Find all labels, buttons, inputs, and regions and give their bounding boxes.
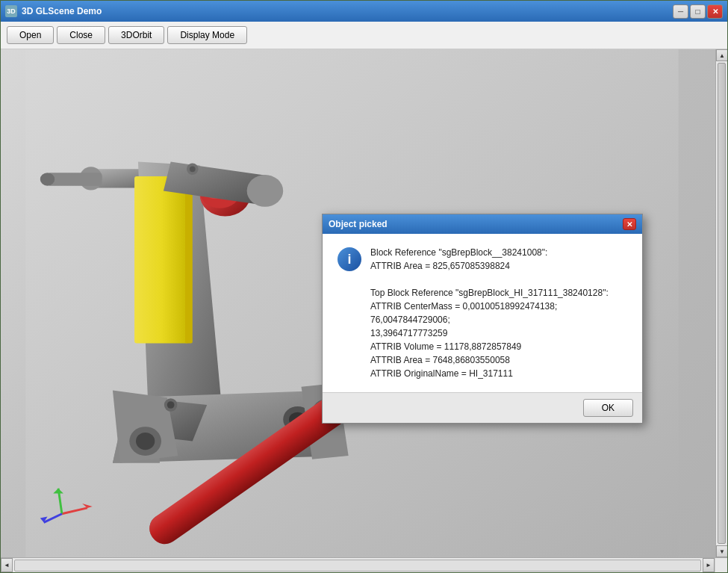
- dialog-line1: Block Reference "sgBrepBlock__38241008":: [370, 246, 627, 259]
- bottom-bar: ◄ ►: [1, 557, 727, 572]
- content-area: Object picked ✕ i Block Reference "sgBre…: [1, 49, 727, 557]
- dialog-body: i Block Reference "sgBrepBlock__38241008…: [323, 234, 642, 392]
- dialog-line6: 13,3964717773259: [370, 326, 627, 340]
- svg-point-32: [136, 433, 155, 450]
- svg-rect-4: [48, 173, 102, 185]
- ok-button[interactable]: OK: [583, 399, 633, 417]
- window-controls: ─ □ ✕: [673, 4, 723, 19]
- scroll-up-button[interactable]: ▲: [716, 49, 727, 61]
- dialog-line4: Top Block Reference "sgBrepBlock_HI_3171…: [370, 286, 627, 300]
- dialog-line9: ATTRIB OriginalName = HI_317111: [370, 367, 627, 380]
- dialog-title-text: Object picked: [329, 219, 388, 229]
- scroll-right-button[interactable]: ►: [703, 558, 715, 572]
- svg-rect-8: [185, 176, 193, 343]
- info-icon: i: [337, 247, 361, 271]
- open-button[interactable]: Open: [7, 26, 54, 44]
- maximize-button[interactable]: □: [690, 4, 706, 19]
- svg-point-5: [40, 173, 55, 185]
- window-title: 3D GLScene Demo: [22, 6, 673, 16]
- main-window: 3D 3D GLScene Demo ─ □ ✕ Open Close 3DOr…: [0, 0, 728, 573]
- dialog-footer: OK: [323, 392, 642, 423]
- horizontal-scrollbar[interactable]: [14, 560, 701, 572]
- svg-point-34: [190, 166, 196, 172]
- scroll-down-button[interactable]: ▼: [716, 545, 727, 557]
- window-close-button[interactable]: ✕: [707, 4, 723, 19]
- scroll-left-button[interactable]: ◄: [1, 558, 13, 572]
- viewport[interactable]: Object picked ✕ i Block Reference "sgBre…: [1, 49, 715, 557]
- object-picked-dialog[interactable]: Object picked ✕ i Block Reference "sgBre…: [322, 214, 643, 424]
- scroll-thumb-v[interactable]: [718, 63, 726, 544]
- svg-point-13: [247, 175, 284, 207]
- dialog-text: Block Reference "sgBrepBlock__38241008":…: [370, 246, 627, 380]
- dialog-close-button[interactable]: ✕: [623, 218, 636, 230]
- dialog-title-bar: Object picked ✕: [323, 214, 642, 234]
- orbit-button[interactable]: 3DOrbit: [108, 26, 164, 44]
- display-mode-button[interactable]: Display Mode: [167, 26, 247, 44]
- app-icon: 3D: [5, 5, 17, 17]
- dialog-line7: ATTRIB Volume = 11178,8872857849: [370, 340, 627, 353]
- svg-rect-7: [134, 176, 189, 343]
- minimize-button[interactable]: ─: [673, 4, 688, 19]
- vertical-scrollbar[interactable]: ▲ ▼: [715, 49, 727, 557]
- close-button[interactable]: Close: [57, 26, 105, 44]
- dialog-line5: ATTRIB CenterMass = 0,00100518992474138;…: [370, 300, 627, 326]
- svg-point-36: [167, 401, 175, 409]
- dialog-line8: ATTRIB Area = 7648,86803550058: [370, 353, 627, 367]
- status-bar: [715, 558, 727, 572]
- toolbar: Open Close 3DOrbit Display Mode: [1, 22, 727, 49]
- title-bar: 3D 3D GLScene Demo ─ □ ✕: [1, 1, 727, 22]
- dialog-line2: ATTRIB Area = 825,657085398824: [370, 259, 627, 273]
